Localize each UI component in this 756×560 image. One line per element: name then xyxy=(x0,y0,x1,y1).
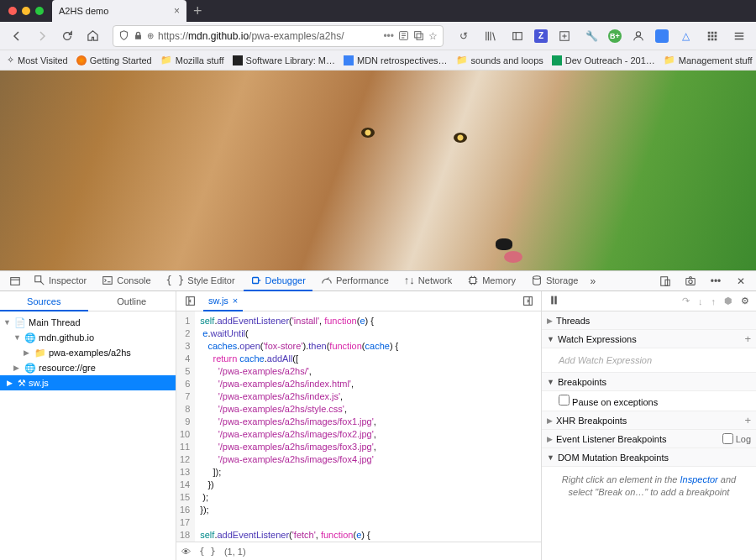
step-in-button[interactable]: ↓ xyxy=(698,296,703,306)
add-xhr-icon[interactable]: + xyxy=(744,414,751,427)
minimize-window-icon[interactable] xyxy=(22,7,30,15)
ext-triangle-icon[interactable]: △ xyxy=(675,26,696,46)
tab-storage[interactable]: Storage xyxy=(524,271,585,291)
svg-rect-28 xyxy=(554,296,556,305)
new-tab-button[interactable]: + xyxy=(186,3,209,20)
svg-rect-11 xyxy=(715,34,717,37)
close-tab-icon[interactable]: × xyxy=(174,5,180,17)
bookmark-item[interactable]: ✧ Most Visited xyxy=(7,55,68,65)
tab-console[interactable]: Console xyxy=(95,271,157,291)
bookmark-star-icon[interactable]: ☆ xyxy=(428,30,438,42)
tree-folder[interactable]: ▶📁 pwa-examples/a2hs xyxy=(0,345,176,360)
step-out-button[interactable]: ↑ xyxy=(711,296,717,306)
bookmark-item[interactable]: Dev Outreach - 201… xyxy=(552,55,655,65)
toggle-right-pane-icon[interactable] xyxy=(517,291,538,311)
ext-green-icon[interactable]: B+ xyxy=(608,29,622,43)
tree-file-selected[interactable]: ▶⚒ sw.js xyxy=(0,375,176,390)
source-map-icon[interactable]: 👁 xyxy=(181,547,191,557)
sources-tree: ▼📄 Main Thread ▼🌐 mdn.github.io ▶📁 pwa-e… xyxy=(0,311,176,560)
open-file-tab[interactable]: sw.js× xyxy=(203,291,243,311)
outline-tab[interactable]: Outline xyxy=(88,291,176,311)
ext-z-icon[interactable]: Z xyxy=(534,29,548,43)
debugger-settings-icon[interactable]: ⚙ xyxy=(741,296,749,306)
iframe-picker-icon[interactable] xyxy=(5,271,25,291)
window-controls xyxy=(0,7,52,15)
bookmark-item[interactable]: MDN retrospectives… xyxy=(344,55,448,65)
devtools-overflow-icon[interactable]: » xyxy=(586,275,599,287)
responsive-mode-icon[interactable] xyxy=(655,271,675,291)
reader-icon[interactable] xyxy=(398,30,409,41)
prettify-icon[interactable]: { } xyxy=(199,546,216,557)
svg-rect-8 xyxy=(715,31,717,34)
ext-grid-icon[interactable] xyxy=(702,26,722,46)
history-icon[interactable]: ↺ xyxy=(454,26,474,46)
bookmark-item[interactable]: 📁 sounds and loops xyxy=(456,55,543,65)
home-button[interactable] xyxy=(82,26,102,46)
shield-icon[interactable] xyxy=(118,30,129,41)
panel-breakpoints[interactable]: ▼Breakpoints xyxy=(542,373,756,391)
tab-memory[interactable]: Memory xyxy=(460,271,522,291)
permissions-icon[interactable]: ⊕ xyxy=(147,31,154,40)
library-icon[interactable] xyxy=(480,26,501,46)
tab-inspector[interactable]: Inspector xyxy=(27,271,93,291)
page-actions-icon[interactable]: ••• xyxy=(383,30,394,42)
tab-performance[interactable]: Performance xyxy=(314,271,396,291)
bookmark-item[interactable]: 📁 Mozilla stuff xyxy=(160,55,224,65)
devtools-close-icon[interactable]: ✕ xyxy=(731,271,751,291)
close-file-icon[interactable]: × xyxy=(233,296,238,306)
pause-button[interactable] xyxy=(549,295,559,307)
browser-tab[interactable]: A2HS demo × xyxy=(52,0,186,22)
url-text: https://mdn.github.io/pwa-examples/a2hs/ xyxy=(158,30,379,42)
toggle-sources-icon[interactable] xyxy=(180,291,200,311)
svg-rect-15 xyxy=(11,277,20,285)
svg-rect-13 xyxy=(711,38,714,40)
sidebar-icon[interactable] xyxy=(507,26,528,46)
screenshot-icon[interactable] xyxy=(680,271,701,291)
navigation-toolbar: ⊕ https://mdn.github.io/pwa-examples/a2h… xyxy=(0,22,756,50)
svg-rect-1 xyxy=(415,32,421,38)
ext-wrench-icon[interactable]: 🔧 xyxy=(581,26,601,46)
svg-rect-2 xyxy=(417,34,423,39)
editor-footer: 👁 { } (1, 1) xyxy=(176,542,541,560)
tree-resource[interactable]: ▶🌐 resource://gre xyxy=(0,360,176,375)
tab-debugger[interactable]: Debugger xyxy=(244,271,312,291)
bookmark-item[interactable]: 📁 Management stuff xyxy=(664,55,753,65)
panel-xhr[interactable]: ▶XHR Breakpoints+ xyxy=(542,411,756,430)
tab-style-editor[interactable]: { }Style Editor xyxy=(160,271,242,291)
close-window-icon[interactable] xyxy=(8,7,17,15)
menu-button[interactable] xyxy=(729,26,749,46)
reload-button[interactable] xyxy=(57,26,77,46)
ext-icon-1[interactable] xyxy=(554,26,575,46)
inspector-link[interactable]: Inspector xyxy=(680,474,717,484)
add-watch-icon[interactable]: + xyxy=(744,332,751,345)
maximize-window-icon[interactable] xyxy=(35,7,44,15)
pause-on-exceptions-checkbox[interactable]: Pause on exceptions xyxy=(559,397,658,407)
bookmark-item[interactable]: Software Library: M… xyxy=(233,55,335,65)
devtools-menu-icon[interactable]: ••• xyxy=(706,271,726,291)
account-icon[interactable] xyxy=(628,26,648,46)
panel-dom-mutation[interactable]: ▼DOM Mutation Breakpoints xyxy=(542,448,756,467)
svg-rect-12 xyxy=(708,38,711,40)
tree-domain[interactable]: ▼🌐 mdn.github.io xyxy=(0,330,176,345)
ext-blue-icon[interactable] xyxy=(655,29,669,43)
devtools-tabbar: Inspector Console { }Style Editor Debugg… xyxy=(0,271,756,291)
log-checkbox[interactable]: Log xyxy=(722,433,751,444)
tree-main-thread[interactable]: ▼📄 Main Thread xyxy=(0,315,176,330)
watch-input[interactable]: Add Watch Expression xyxy=(559,352,749,369)
panel-watch[interactable]: ▼Watch Expressions+ xyxy=(542,330,756,348)
tab-network[interactable]: ↑↓Network xyxy=(397,271,459,291)
panel-event[interactable]: ▶Event Listener BreakpointsLog xyxy=(542,430,756,448)
address-bar[interactable]: ⊕ https://mdn.github.io/pwa-examples/a2h… xyxy=(113,25,444,47)
bookmark-item[interactable]: Getting Started xyxy=(76,55,152,65)
back-button[interactable] xyxy=(7,26,27,46)
debugger-controls: ↷ ↓ ↑ ⬢ ⚙ xyxy=(542,291,756,311)
sources-tab[interactable]: Sources xyxy=(0,291,88,311)
lock-icon[interactable] xyxy=(134,31,143,40)
code-viewer[interactable]: 1234567891011121314151617181920 self.add… xyxy=(176,311,541,542)
deactivate-breakpoints-button[interactable]: ⬢ xyxy=(724,296,732,306)
step-over-button[interactable]: ↷ xyxy=(682,296,690,306)
fox-tongue-decoration xyxy=(504,251,522,263)
zoom-reset-icon[interactable] xyxy=(413,30,424,41)
forward-button[interactable] xyxy=(32,26,52,46)
panel-threads[interactable]: ▶Threads xyxy=(542,311,756,330)
